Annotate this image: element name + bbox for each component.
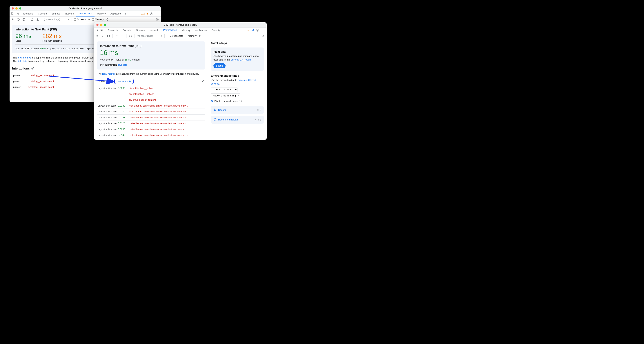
table-row[interactable]: Layout shift score: 0.0251mat-sidenav-co… [97, 114, 205, 120]
device-icon[interactable] [100, 27, 104, 33]
screenshots-checkbox[interactable]: Screenshots [74, 18, 90, 21]
upload-icon[interactable] [115, 34, 118, 38]
setup-button[interactable]: Set up [214, 63, 226, 68]
more-tabs-icon[interactable]: » [124, 12, 126, 15]
device-icon[interactable] [15, 11, 20, 16]
footnote: The local metrics are captured from the … [97, 72, 205, 76]
tab-elements[interactable]: Elements [106, 27, 120, 33]
close-icon[interactable] [96, 24, 98, 26]
inspect-icon[interactable] [10, 11, 15, 16]
tab-sources[interactable]: Sources [49, 11, 62, 16]
zoom-icon[interactable] [104, 24, 106, 26]
home-icon[interactable] [129, 34, 132, 38]
table-row[interactable]: Layout shift score: 0.0270mat-sidenav-co… [97, 109, 205, 114]
kebab-icon[interactable]: ⋮ [261, 27, 265, 33]
tab-console[interactable]: Console [120, 27, 134, 33]
crux-link[interactable]: Chrome UX Report [230, 58, 251, 61]
issues-badge[interactable]: ▪ 1 [146, 12, 148, 15]
svg-point-14 [257, 30, 258, 31]
tab-performance[interactable]: Performance [161, 27, 179, 33]
table-row[interactable]: Layout shift score: 0.0269div.notificati… [97, 85, 205, 91]
table-row[interactable]: div.notification__actions [97, 91, 205, 97]
tab-sources[interactable]: Sources [134, 27, 147, 33]
field-data-link[interactable]: field data [18, 60, 27, 62]
table-row[interactable]: Layout shift score: 0.0282mat-sidenav-co… [97, 103, 205, 109]
row-selector: div.notification__actions [128, 91, 205, 97]
memory-label: Memory [95, 18, 104, 21]
table-row[interactable]: div.gf-full-page.gf-content [97, 97, 205, 103]
gear-icon[interactable] [156, 17, 159, 21]
row-selector: mat-sidenav-content.mat-drawer-content.m… [128, 120, 205, 126]
tab-memory[interactable]: Memory [180, 27, 192, 33]
memory-checkbox[interactable]: Memory [92, 18, 104, 21]
clear-icon[interactable] [107, 34, 110, 38]
recordings-dropdown[interactable]: (no recordings) ▾ [137, 34, 162, 37]
tab-application[interactable]: Application [193, 27, 209, 33]
tab-security[interactable]: Security [209, 27, 222, 33]
gear-icon[interactable] [255, 27, 260, 33]
warnings-badge[interactable]: ▲ 2 [141, 12, 144, 15]
tab-network[interactable]: Network [148, 27, 161, 33]
trash-icon[interactable] [106, 17, 109, 21]
block-icon[interactable] [31, 67, 34, 71]
row-selector: mat-sidenav-content.mat-drawer-content.m… [128, 114, 205, 120]
close-icon[interactable] [12, 7, 14, 9]
download-icon[interactable] [120, 34, 124, 38]
tab-application[interactable]: Application [108, 11, 124, 16]
subtab-interactions[interactable]: Interactions [98, 79, 112, 84]
network-throttle-select[interactable]: Network: No throttling [211, 93, 240, 98]
row-selector: mat-sidenav-content.mat-drawer-content.m… [128, 109, 205, 114]
cpu-throttle-select[interactable]: CPU: No throttling [211, 87, 238, 92]
issues-badge[interactable]: ▪ 1 [252, 29, 254, 31]
more-tabs-icon[interactable]: » [222, 29, 224, 32]
zoom-icon[interactable] [19, 7, 21, 9]
warnings-badge[interactable]: ▲ 1 [247, 29, 251, 31]
trash-icon[interactable] [198, 34, 202, 38]
desc-prefix: Your local INP value of [16, 47, 40, 50]
score-label: Layout shift score: [98, 110, 118, 113]
score-val: 0.0228 [118, 122, 125, 125]
upload-icon[interactable] [30, 17, 34, 21]
row-selector: mat-sidenav-content.mat-drawer-content.m… [128, 103, 205, 109]
help-icon[interactable]: ⓘ [240, 99, 242, 103]
screenshots-checkbox[interactable]: Screenshots [167, 34, 183, 37]
local-metrics-link[interactable]: local metrics [102, 72, 116, 75]
table-row[interactable]: Layout shift score: 0.0142mat-sidenav-co… [97, 132, 205, 138]
table-row[interactable]: Layout shift score: 0.0228mat-sidenav-co… [97, 120, 205, 126]
local-metrics-link[interactable]: local metrics [18, 56, 31, 59]
tab-elements[interactable]: Elements [21, 11, 36, 16]
download-icon[interactable] [36, 17, 40, 21]
disable-cache-label: Disable network cache [214, 100, 238, 102]
keyboard-link[interactable]: keyboard [118, 63, 127, 66]
record-reload-card[interactable]: Record and reload ⌘ ⇧ E [211, 116, 264, 124]
record-card[interactable]: Record ⌘ E [211, 106, 264, 114]
traffic-lights [12, 7, 21, 9]
devtools-window-2: DevTools - fonts.google.com/ Elements Co… [94, 22, 267, 140]
svg-rect-12 [101, 29, 102, 30]
reload-icon[interactable] [16, 17, 20, 21]
env-title: Environment settings [211, 74, 264, 77]
next-steps-title: Next steps [211, 41, 264, 45]
disable-cache-checkbox[interactable]: Disable network cache ⓘ [211, 99, 264, 103]
tab-performance[interactable]: Performance [76, 11, 94, 16]
recordings-dropdown[interactable]: (no recordings) ▾ [44, 18, 69, 21]
gear-icon[interactable] [262, 34, 265, 38]
record-icon[interactable] [11, 17, 15, 21]
gear-icon[interactable] [149, 11, 154, 16]
subtab-layout-shifts[interactable]: Layout shifts [114, 79, 134, 84]
block-icon[interactable] [202, 80, 204, 83]
score-label: Layout shift score: [98, 87, 118, 89]
kebab-icon[interactable]: ⋮ [155, 11, 159, 16]
minimize-icon[interactable] [100, 24, 102, 26]
inspect-icon[interactable] [95, 27, 99, 33]
tab-memory[interactable]: Memory [95, 11, 108, 16]
record-icon[interactable] [96, 34, 99, 38]
reload-icon[interactable] [101, 34, 105, 38]
tab-console[interactable]: Console [36, 11, 49, 16]
memory-checkbox[interactable]: Memory [185, 34, 196, 37]
table-row[interactable]: Layout shift score: 0.0203mat-sidenav-co… [97, 126, 205, 132]
clear-icon[interactable] [22, 17, 26, 21]
desc-suffix: is good. [131, 58, 140, 61]
minimize-icon[interactable] [16, 7, 18, 9]
tab-network[interactable]: Network [63, 11, 76, 16]
